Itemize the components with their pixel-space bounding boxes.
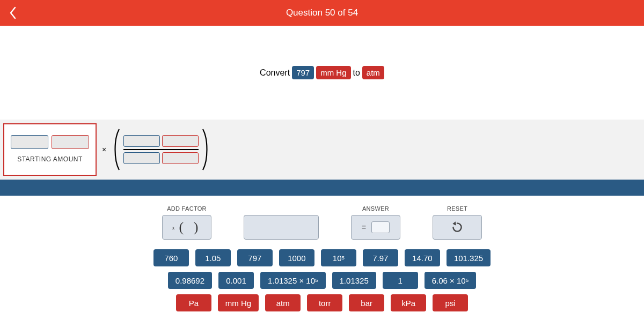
unit-button[interactable]: Pa [176, 294, 211, 311]
equation-strip: STARTING AMOUNT × [0, 120, 644, 180]
value-chip: 797 [292, 66, 314, 79]
chevron-left-icon [8, 5, 18, 20]
answer-slot [371, 221, 390, 233]
unit-button[interactable]: psi [433, 294, 468, 311]
numerator-unit-slot[interactable] [162, 135, 199, 147]
value-button[interactable]: 7.97 [363, 249, 398, 266]
unit-button[interactable]: atm [265, 294, 301, 311]
starting-value-slot[interactable] [11, 135, 48, 149]
parentheses-icon: ( ) [179, 219, 202, 235]
unit-button[interactable]: torr [307, 294, 342, 311]
denominator-unit-slot[interactable] [162, 152, 199, 164]
unit-button[interactable]: kPa [391, 294, 426, 311]
add-factor-button[interactable]: x ( ) [162, 215, 211, 240]
back-button[interactable] [0, 0, 26, 26]
multiply-symbol: × [102, 145, 106, 154]
numerator-value-slot[interactable] [123, 135, 160, 147]
undo-icon [450, 220, 464, 234]
value-row-2: 0.986920.0011.01325 × 1051.0132516.06 × … [168, 272, 476, 289]
to-word: to [353, 68, 360, 78]
toolkit: ADD FACTOR x ( ) ANSWER = RESET [0, 196, 644, 311]
convert-word: Convert [260, 68, 290, 78]
starting-amount-label: STARTING AMOUNT [17, 155, 83, 163]
value-button[interactable]: 6.06 × 105 [425, 272, 476, 289]
value-button[interactable]: 14.70 [405, 249, 440, 266]
value-button[interactable]: 1.05 [195, 249, 231, 266]
value-row-1: 7601.0579710001057.9714.70101.325 [153, 249, 491, 266]
question-area: Convert 797 mm Hg to atm [0, 26, 644, 120]
small-multiply-icon: x [172, 225, 175, 231]
show-answer-button[interactable]: = [351, 215, 400, 240]
equals-symbol: = [362, 223, 366, 232]
starting-unit-slot[interactable] [52, 135, 89, 149]
value-button[interactable]: 1000 [279, 249, 314, 266]
to-unit-chip: atm [362, 66, 384, 79]
answer-value-button[interactable] [244, 215, 319, 240]
fraction-line [123, 149, 199, 150]
conversion-factor[interactable] [112, 128, 210, 171]
value-button[interactable]: 101.325 [447, 249, 491, 266]
unit-row: Pamm HgatmtorrbarkPapsi [176, 294, 468, 311]
divider-bar [0, 180, 644, 196]
value-button[interactable]: 1 [383, 272, 418, 289]
unit-button[interactable]: bar [349, 294, 384, 311]
value-button[interactable]: 0.001 [218, 272, 254, 289]
value-button[interactable]: 0.98692 [168, 272, 212, 289]
denominator-value-slot[interactable] [123, 152, 160, 164]
value-button[interactable]: 1.01325 × 105 [260, 272, 325, 289]
unit-button[interactable]: mm Hg [218, 294, 259, 311]
value-button[interactable]: 105 [321, 249, 356, 266]
answer-label: ANSWER [362, 205, 389, 212]
value-button[interactable]: 760 [153, 249, 189, 266]
top-bar: Question 50 of 54 [0, 0, 644, 26]
answer-label-spacer [280, 205, 282, 212]
reset-label: RESET [447, 205, 467, 212]
value-button[interactable]: 1.01325 [332, 272, 376, 289]
value-button[interactable]: 797 [237, 249, 273, 266]
reset-button[interactable] [433, 215, 482, 240]
right-paren-icon [201, 128, 210, 171]
add-factor-label: ADD FACTOR [167, 205, 207, 212]
starting-amount-card[interactable]: STARTING AMOUNT [3, 123, 97, 176]
svg-marker-0 [452, 221, 456, 226]
question-progress: Question 50 of 54 [286, 8, 358, 18]
left-paren-icon [112, 128, 121, 171]
question-text: Convert 797 mm Hg to atm [260, 66, 384, 79]
from-unit-chip: mm Hg [316, 66, 350, 79]
